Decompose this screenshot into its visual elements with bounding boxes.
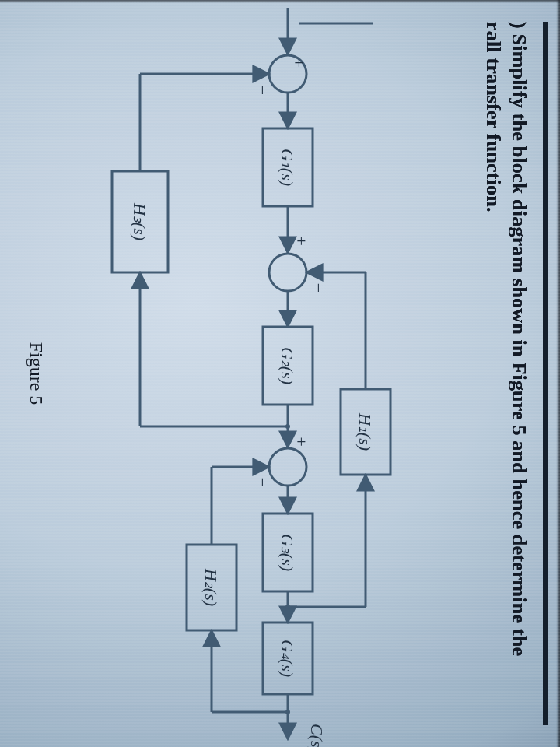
block-g2-label: G₂(s) <box>278 347 297 384</box>
figure-area: + − G₁(s) + − <box>62 0 467 747</box>
block-diagram: + − G₁(s) + − <box>62 0 467 747</box>
sum-j1-plus: + <box>289 57 309 68</box>
block-h1-label: H₁(s) <box>355 412 375 451</box>
sum-j3-minus: − <box>253 476 272 488</box>
block-h3-label: H₃(s) <box>130 202 149 240</box>
block-g3-label: G₃(s) <box>278 534 297 571</box>
sum-j1-minus: − <box>253 84 272 96</box>
rotated-page: ) Simplify the block diagram shown in Fi… <box>0 0 560 747</box>
sum-j2 <box>269 254 306 291</box>
sum-j3-plus: + <box>292 436 311 447</box>
block-g1-label: G₁(s) <box>278 149 297 186</box>
sum-j2-minus: − <box>309 282 328 293</box>
sum-j3 <box>269 448 306 486</box>
block-h2-label: H₂(s) <box>201 568 221 606</box>
sum-j2-plus: + <box>292 235 311 247</box>
figure-caption: Figure 5 <box>26 0 47 747</box>
block-g4-label: G₄(s) <box>278 640 297 677</box>
screenshot-stage: ) Simplify the block diagram shown in Fi… <box>0 0 560 747</box>
question-line2: rall transfer function. <box>482 22 505 212</box>
question-block: ) Simplify the block diagram shown in Fi… <box>480 22 548 725</box>
output-label: C(s) <box>307 724 327 747</box>
question-line1: ) Simplify the block diagram shown in Fi… <box>508 22 530 656</box>
